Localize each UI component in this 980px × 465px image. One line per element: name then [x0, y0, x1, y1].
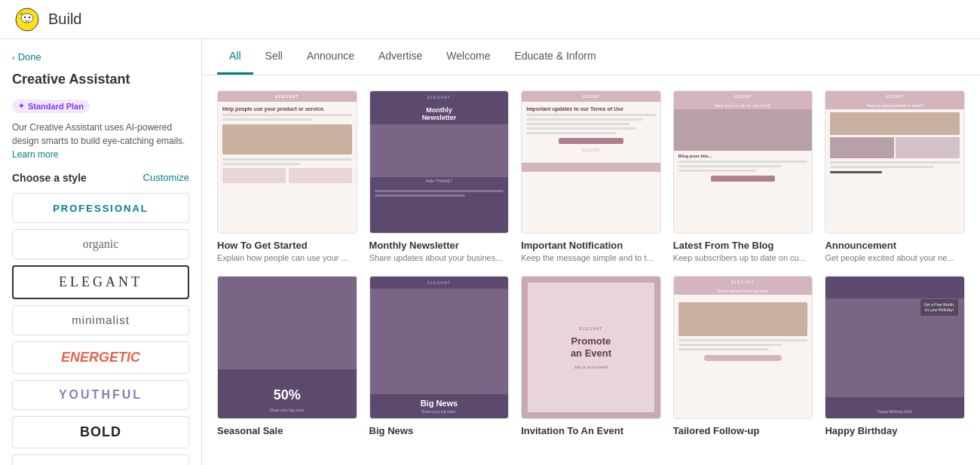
- template-name: Announcement: [825, 240, 965, 251]
- template-name: Monthly Newsletter: [369, 240, 510, 251]
- style-organic[interactable]: organic: [12, 229, 189, 259]
- plan-badge-label: Standard Plan: [28, 102, 84, 111]
- tab-announce[interactable]: Announce: [295, 39, 366, 75]
- style-professional-label: PROFESSIONAL: [53, 203, 149, 214]
- template-name: Invitation To An Event: [521, 425, 661, 436]
- style-elegant-label: ELEGANT: [59, 274, 142, 289]
- style-minimalist[interactable]: minimalist: [12, 305, 189, 335]
- template-desc: Get people excited about your ne...: [825, 252, 965, 264]
- style-craftsman-label: CRAFTSMAN: [52, 463, 149, 466]
- tab-educate[interactable]: Educate & Inform: [502, 39, 608, 75]
- customize-link[interactable]: Customize: [143, 172, 189, 183]
- choose-style-header: Choose a style Customize: [12, 172, 189, 184]
- template-name: How To Get Started: [217, 240, 357, 251]
- learn-more-link[interactable]: Learn more: [12, 149, 58, 160]
- style-bold[interactable]: BOLD: [12, 416, 189, 448]
- back-icon: ‹: [12, 53, 15, 62]
- template-important-notification[interactable]: ELEGANT Important updates to our Terms o…: [521, 90, 661, 264]
- template-latest-from-blog[interactable]: ELEGANT New post is up on our blog! Blog…: [673, 90, 813, 264]
- style-organic-label: organic: [83, 237, 119, 250]
- style-elegant[interactable]: ELEGANT: [12, 265, 189, 299]
- template-monthly-newsletter[interactable]: ELEGANT MonthlyNewsletter Hello "FNAME"!…: [369, 90, 510, 264]
- template-desc: Keep subscribers up to date on cu...: [673, 252, 813, 264]
- done-label: Done: [18, 51, 41, 63]
- template-name: Tailored Follow-up: [673, 425, 813, 436]
- sidebar: ‹ Done Creative Assistant ✦ Standard Pla…: [0, 39, 202, 465]
- style-craftsman[interactable]: CRAFTSMAN: [12, 454, 189, 466]
- template-name: Latest From The Blog: [673, 240, 813, 251]
- done-button[interactable]: ‹ Done: [12, 51, 41, 63]
- template-announcement[interactable]: ELEGANT Have an announcement to make?: [825, 90, 965, 264]
- template-name: Big News: [369, 425, 510, 436]
- template-desc: Explain how people can use your ...: [217, 252, 357, 264]
- mailchimp-logo: [15, 8, 39, 32]
- main-layout: ‹ Done Creative Assistant ✦ Standard Pla…: [0, 39, 980, 465]
- style-minimalist-label: minimalist: [72, 314, 130, 326]
- tab-bar: All Sell Announce Advertise Welcome Educ…: [202, 39, 980, 75]
- style-energetic[interactable]: ENERGETIC: [12, 341, 189, 374]
- app-title: Build: [48, 11, 81, 28]
- template-happy-birthday[interactable]: Get a Free Month, it's your Birthday! Ha…: [825, 276, 965, 438]
- content-area: All Sell Announce Advertise Welcome Educ…: [202, 39, 980, 465]
- template-name: Important Notification: [521, 240, 661, 251]
- template-tailored-follow-up[interactable]: ELEGANT Send a tailored follow-up email.…: [673, 276, 813, 438]
- template-big-news[interactable]: ELEGANT Big News Share your big news. Bi…: [369, 276, 510, 438]
- style-bold-label: BOLD: [80, 424, 121, 439]
- tab-sell[interactable]: Sell: [253, 39, 295, 75]
- template-desc: Share updates about your busines...: [369, 252, 510, 264]
- tab-advertise[interactable]: Advertise: [366, 39, 434, 75]
- template-how-to-get-started[interactable]: ELEGANT Help people use your product or …: [217, 90, 357, 264]
- svg-point-3: [29, 16, 30, 17]
- style-youthful-label: YOUTHFUL: [59, 388, 142, 401]
- template-seasonal-sale[interactable]: 50% Share your big news. Seasonal Sale: [217, 276, 357, 438]
- style-energetic-label: ENERGETIC: [61, 350, 140, 365]
- tab-all[interactable]: All: [217, 39, 253, 75]
- template-grid: ELEGANT Help people use your product or …: [202, 75, 980, 453]
- template-name: Happy Birthday: [825, 425, 965, 436]
- sidebar-title: Creative Assistant: [12, 72, 189, 87]
- plan-badge: ✦ Standard Plan: [12, 99, 90, 113]
- style-youthful[interactable]: YOUTHFUL: [12, 380, 189, 410]
- style-professional[interactable]: PROFESSIONAL: [12, 193, 189, 223]
- svg-point-2: [24, 16, 26, 17]
- template-invitation-to-event[interactable]: ELEGANT Promotean Event Join us at our e…: [521, 276, 661, 438]
- sidebar-description: Our Creative Assistant uses AI-powered d…: [12, 121, 189, 161]
- star-icon: ✦: [18, 102, 24, 110]
- tab-welcome[interactable]: Welcome: [434, 39, 502, 75]
- choose-style-label: Choose a style: [12, 172, 87, 184]
- template-desc: Keep the message simple and to t...: [521, 252, 661, 264]
- template-name: Seasonal Sale: [217, 425, 357, 436]
- top-nav: Build: [0, 0, 980, 39]
